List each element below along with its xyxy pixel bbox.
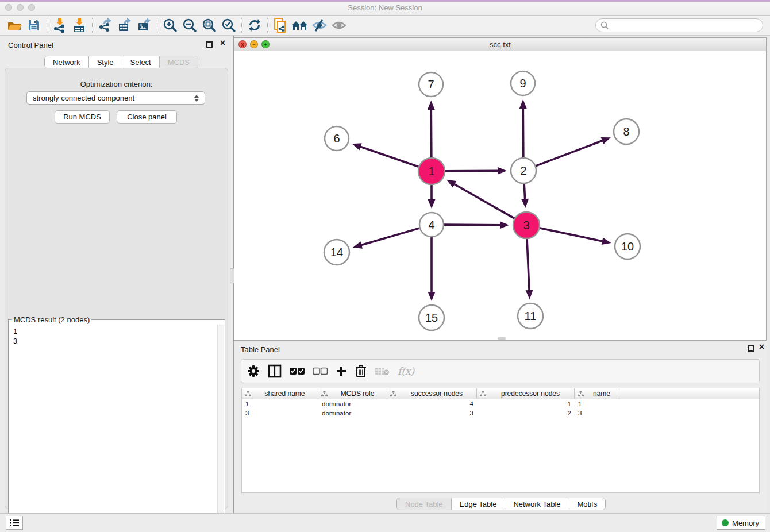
graph-node-label: 10 (621, 240, 634, 253)
export-table-button[interactable] (115, 17, 134, 34)
edge-3-1[interactable] (453, 184, 515, 219)
open-session-button[interactable] (5, 17, 24, 34)
control-panel-tabs: Network Style Select MCDS (44, 56, 198, 68)
table-cell[interactable]: 1 (242, 400, 318, 407)
zoom-selected-button[interactable] (219, 17, 238, 34)
clone-network-button[interactable] (271, 17, 290, 34)
edge-4-14[interactable] (360, 228, 420, 245)
table-cell[interactable]: 2 (477, 410, 575, 417)
tab-node-table[interactable]: Node Table (397, 498, 452, 510)
criterion-dropdown[interactable]: strongly connected component (26, 91, 205, 105)
column-header-shared-name[interactable]: shared name (242, 388, 318, 399)
table-cell[interactable]: 3 (387, 410, 477, 417)
open-folder-icon (7, 18, 22, 32)
edge-2-9[interactable] (523, 107, 523, 158)
task-history-button[interactable] (6, 516, 23, 530)
tab-edge-table[interactable]: Edge Table (452, 498, 506, 510)
float-panel-icon[interactable] (206, 41, 213, 48)
edge-1-2[interactable] (445, 171, 499, 171)
tab-mcds[interactable]: MCDS (160, 56, 198, 68)
delete-column-button[interactable] (355, 363, 367, 380)
column-header-name[interactable]: name (575, 388, 619, 399)
clone-network-icon (273, 17, 288, 33)
table-cell[interactable]: dominator (318, 410, 387, 417)
edge-1-7[interactable] (431, 109, 432, 158)
table-row[interactable]: 1dominator411 (242, 399, 759, 408)
save-session-button[interactable] (24, 17, 44, 34)
mcds-result-list[interactable]: 13 (9, 324, 225, 532)
search-box[interactable] (595, 18, 763, 32)
table-cell[interactable]: 3 (242, 410, 318, 417)
edge-1-6[interactable] (360, 147, 419, 167)
edge-2-3[interactable] (524, 183, 525, 200)
tab-network-table[interactable]: Network Table (505, 498, 569, 510)
create-column-button[interactable] (336, 363, 347, 380)
import-network-button[interactable] (50, 17, 70, 34)
edge-arrowhead (428, 199, 436, 209)
select-all-columns-button[interactable] (290, 363, 305, 380)
export-table-icon (117, 18, 132, 33)
edge-arrowhead (526, 290, 533, 299)
column-header-MCDS-role[interactable]: MCDS role (318, 388, 387, 399)
graph-node-label: 6 (333, 132, 340, 145)
table-settings-button[interactable] (247, 363, 260, 380)
export-network-button[interactable] (95, 17, 115, 34)
import-table-button[interactable] (70, 17, 89, 34)
table-cell[interactable]: dominator (318, 400, 387, 407)
zoom-fit-button[interactable] (199, 17, 219, 34)
deselect-all-columns-button[interactable] (313, 363, 328, 380)
edge-3-10[interactable] (540, 228, 603, 241)
export-image-button[interactable] (134, 17, 154, 34)
column-header-successor-nodes[interactable]: successor nodes (387, 388, 477, 399)
search-input[interactable] (611, 21, 758, 29)
optimization-criterion-label: Optimization criterion: (5, 80, 228, 88)
control-panel-title: Control Panel (8, 41, 53, 49)
close-table-panel-icon[interactable]: × (759, 342, 764, 352)
delete-table-button[interactable] (375, 363, 390, 380)
show-column-panel-button[interactable] (268, 363, 282, 380)
titlebar-accent (0, 0, 770, 2)
hide-selected-button[interactable] (310, 17, 329, 34)
tab-network[interactable]: Network (45, 56, 89, 68)
node-table[interactable]: shared nameMCDS rolesuccessor nodesprede… (241, 388, 760, 493)
zoom-out-button[interactable] (180, 17, 199, 34)
float-table-panel-icon[interactable] (748, 345, 754, 352)
first-neighbors-button[interactable] (290, 17, 310, 34)
edge-4-3[interactable] (444, 225, 501, 225)
mcds-result-box: MCDS result (2 nodes) 13 (8, 315, 225, 532)
workspace: Control Panel × Network Style Select MCD… (0, 36, 770, 513)
edge-3-11[interactable] (527, 238, 529, 291)
table-cell[interactable]: 3 (575, 410, 619, 417)
close-panel-button[interactable]: Close panel (117, 110, 177, 124)
tab-motifs[interactable]: Motifs (569, 498, 606, 510)
show-all-button[interactable] (329, 17, 349, 34)
zoom-selected-icon (221, 18, 236, 33)
column-grip-icon (578, 391, 584, 397)
memory-button[interactable]: Memory (717, 516, 765, 530)
canvas-resize-grip[interactable] (498, 337, 506, 340)
graph-node-label: 9 (519, 77, 526, 90)
eye-icon (331, 18, 347, 32)
graph-node-label: 7 (428, 78, 434, 91)
refresh-layout-button[interactable] (245, 17, 264, 34)
column-header-predecessor-nodes[interactable]: predecessor nodes (477, 388, 575, 399)
tab-select[interactable]: Select (122, 56, 160, 68)
network-graph-canvas[interactable]: 1234678910111415 (234, 51, 766, 340)
edge-arrowhead (519, 99, 527, 109)
zoom-in-button[interactable] (160, 17, 180, 34)
table-cell[interactable]: 1 (477, 400, 575, 407)
main-toolbar (0, 16, 770, 36)
run-mcds-button[interactable]: Run MCDS (55, 110, 110, 124)
result-scrollbar[interactable] (217, 325, 224, 532)
edge-2-8[interactable] (536, 140, 603, 166)
mcds-panel: Optimization criterion: strongly connect… (5, 68, 228, 509)
table-row[interactable]: 3dominator323 (242, 408, 759, 418)
column-grip-icon (390, 391, 396, 397)
close-panel-icon[interactable]: × (220, 38, 225, 48)
tab-style[interactable]: Style (89, 56, 122, 68)
table-cell[interactable]: 4 (387, 400, 477, 407)
table-cell[interactable]: 1 (575, 400, 619, 407)
network-window-titlebar[interactable]: x − + scc.txt (234, 38, 766, 51)
checked-boxes-icon (290, 367, 305, 375)
function-builder-button[interactable]: f(x) (398, 363, 414, 380)
